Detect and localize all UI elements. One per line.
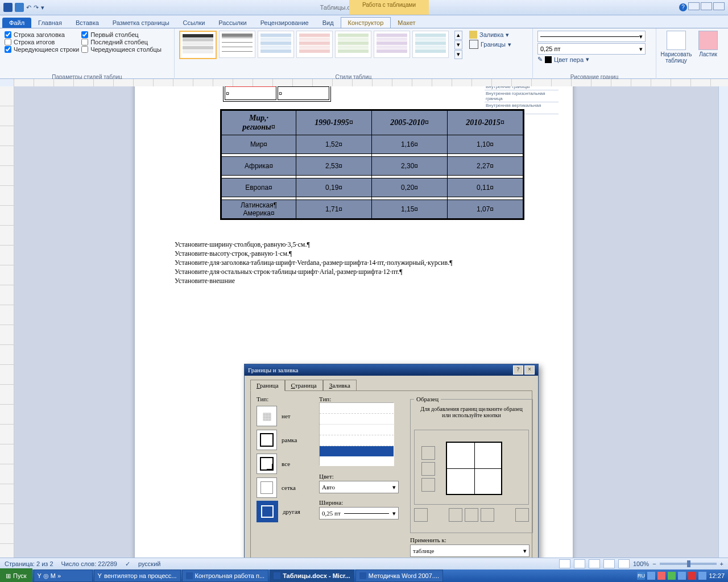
line-style-list[interactable] — [319, 402, 394, 466]
gallery-scroll[interactable]: ▴ ▾ ▾ — [454, 31, 462, 59]
dialog-help-icon[interactable]: ? — [513, 365, 523, 375]
shading-button[interactable]: Заливка ▾ — [469, 31, 511, 39]
toc-inner-borders[interactable]: Внутренние границы — [485, 86, 559, 90]
tray-icon[interactable] — [698, 572, 706, 580]
zoom-percent[interactable]: 100% — [633, 560, 649, 567]
tray-icon[interactable] — [678, 572, 686, 580]
tray-icon[interactable] — [657, 572, 665, 580]
borders-button[interactable]: Границы ▾ — [469, 40, 511, 49]
cell[interactable]: 2,53¤ — [296, 157, 372, 176]
tab-review[interactable]: Рецензирование — [254, 18, 316, 28]
cell[interactable]: Африка¤ — [221, 157, 296, 176]
type-none[interactable]: ▦нет — [257, 406, 313, 426]
th-1990[interactable]: 1990-1995¤ — [296, 110, 372, 135]
cell[interactable]: 1,15¤ — [372, 200, 448, 219]
view-outline[interactable] — [603, 559, 615, 568]
dlg-tab-fill[interactable]: Заливка — [323, 380, 357, 391]
table-style-3[interactable] — [258, 31, 294, 58]
cell[interactable]: 0,19¤ — [296, 178, 372, 197]
chk-banded-rows[interactable]: Чередующиеся строки — [5, 46, 79, 53]
restore-icon[interactable] — [701, 2, 712, 10]
edge-diag2-btn[interactable] — [515, 508, 529, 522]
cell[interactable]: 1,10¤ — [448, 135, 524, 154]
view-print-layout[interactable] — [559, 559, 570, 568]
qat-more-icon[interactable]: ▾ — [41, 4, 44, 11]
proofing-icon[interactable]: ✓ — [125, 560, 130, 568]
cell[interactable]: 1,52¤ — [296, 135, 372, 154]
edge-top-btn[interactable] — [421, 446, 435, 460]
save-icon[interactable] — [15, 3, 24, 12]
pen-color-button[interactable]: ✎Цвет пера ▾ — [537, 56, 589, 63]
cell[interactable]: Латинская¶ Америка¤ — [221, 200, 296, 219]
cell[interactable]: Мир¤ — [221, 135, 296, 154]
dialog-close-icon[interactable]: × — [524, 365, 535, 375]
task-word3[interactable]: Методичка Word 2007.... — [355, 569, 443, 582]
document-canvas[interactable]: ¤¤ Внутренние границы Внутренняя горизон… — [14, 86, 718, 558]
cell[interactable]: 2,30¤ — [372, 157, 448, 176]
status-words[interactable]: Число слов: 22/289 — [61, 560, 117, 568]
type-all[interactable]: все — [257, 454, 313, 474]
body-text[interactable]: Установите·ширину·столбцов,·равную·3,5·с… — [175, 240, 453, 285]
line-weight-combo[interactable]: 0,25 пт▾ — [537, 43, 646, 55]
tray-icon[interactable] — [668, 572, 676, 580]
table-style-2[interactable] — [219, 31, 255, 58]
tray-icon[interactable] — [688, 572, 696, 580]
chk-header-row[interactable]: Строка заголовка — [5, 31, 79, 38]
type-box[interactable]: рамка — [257, 430, 313, 450]
quicklaunch[interactable]: Y ◎ M » — [34, 569, 93, 582]
tab-insert[interactable]: Вставка — [69, 18, 106, 28]
view-web[interactable] — [589, 559, 600, 568]
undo-icon[interactable]: ↶ — [26, 4, 31, 11]
task-browser[interactable]: Yвентилятор на процесс... — [94, 569, 181, 582]
help-icon[interactable]: ? — [679, 3, 687, 11]
small-table[interactable]: ¤¤ — [223, 86, 331, 102]
th-regions[interactable]: Мир,· регионы¤ — [221, 110, 296, 135]
edge-left-btn[interactable] — [449, 508, 462, 522]
tray-clock[interactable]: 12:27 — [709, 572, 725, 579]
line-style-combo[interactable]: ▾ — [537, 31, 646, 42]
zoom-out-icon[interactable]: − — [652, 560, 656, 567]
tray-icon[interactable]: RU — [637, 572, 645, 580]
th-2005[interactable]: 2005-2010¤ — [372, 110, 448, 135]
tab-page-layout[interactable]: Разметка страницы — [106, 18, 176, 28]
tab-home[interactable]: Главная — [31, 18, 69, 28]
cell[interactable]: 1,07¤ — [448, 200, 524, 219]
view-full-screen[interactable] — [574, 559, 585, 568]
table-style-5[interactable] — [335, 31, 371, 58]
edge-right-btn[interactable] — [481, 508, 494, 522]
main-data-table[interactable]: Мир,· регионы¤ 1990-1995¤ 2005-2010¤ 201… — [220, 109, 524, 220]
cell[interactable]: 2,27¤ — [448, 157, 524, 176]
tab-table-layout[interactable]: Макет — [391, 18, 422, 28]
sample-preview[interactable] — [414, 430, 529, 505]
close-icon[interactable] — [713, 2, 725, 10]
type-grid[interactable]: сетка — [257, 477, 313, 498]
status-language[interactable]: русский — [138, 560, 160, 568]
view-draft[interactable] — [618, 559, 630, 568]
start-button[interactable]: ⊞Пуск — [0, 568, 32, 582]
toc-inner-h-border[interactable]: Внутренняя горизонтальная граница — [485, 90, 559, 102]
tab-mailings[interactable]: Рассылки — [212, 18, 253, 28]
edge-bottom-btn[interactable] — [421, 478, 435, 492]
table-style-4[interactable] — [296, 31, 333, 58]
cell[interactable]: 1,71¤ — [296, 200, 372, 219]
zoom-in-icon[interactable]: + — [720, 560, 723, 567]
width-combo[interactable]: 0,25 пт▾ — [319, 507, 399, 519]
tray-icon[interactable] — [647, 572, 655, 580]
task-word2[interactable]: Таблицы.docx - Micr... — [270, 569, 354, 582]
tab-file[interactable]: Файл — [2, 18, 31, 28]
color-combo[interactable]: Авто▾ — [319, 481, 399, 493]
table-style-7[interactable] — [412, 31, 449, 58]
minimize-icon[interactable] — [688, 2, 700, 10]
redo-icon[interactable]: ↷ — [34, 4, 39, 11]
system-tray[interactable]: RU 12:27 — [637, 572, 728, 580]
type-custom[interactable]: другая — [257, 501, 313, 522]
dlg-tab-border[interactable]: Граница — [250, 380, 285, 391]
zoom-slider[interactable] — [660, 563, 717, 565]
table-style-6[interactable] — [374, 31, 410, 58]
chk-last-col[interactable]: Последний столбец — [81, 39, 162, 45]
eraser-button[interactable]: Ластик — [694, 31, 722, 57]
table-styles-gallery[interactable] — [179, 31, 452, 59]
task-word1[interactable]: Контрольная работа п... — [182, 569, 269, 582]
tab-view[interactable]: Вид — [316, 18, 341, 28]
chk-banded-cols[interactable]: Чередующиеся столбцы — [81, 46, 162, 53]
